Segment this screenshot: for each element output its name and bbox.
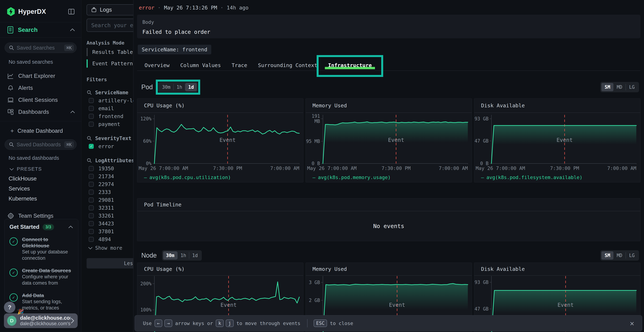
- detail-tabs: Overview Column Values Trace Surrounding…: [137, 60, 640, 71]
- size-lg-button[interactable]: LG: [626, 83, 638, 91]
- node-size-control: SM MD LG: [600, 250, 639, 261]
- range-1d-button[interactable]: 1d: [185, 83, 196, 91]
- size-md-button[interactable]: MD: [614, 251, 626, 260]
- checkbox[interactable]: [89, 190, 94, 194]
- filter-value-label: 2333: [98, 189, 111, 195]
- get-started-badge: 3/3: [42, 224, 54, 230]
- checkbox[interactable]: [89, 198, 94, 202]
- range-30m-button[interactable]: 30m: [163, 251, 177, 260]
- node-range-control: 30m 1h 1d: [162, 250, 202, 261]
- sidebar-item-search[interactable]: Search: [0, 22, 81, 38]
- checkbox[interactable]: [89, 106, 94, 111]
- severity-badge: error: [139, 5, 154, 11]
- user-email: dale@clickhouse.com: [20, 315, 70, 321]
- get-started-item[interactable]: ✓ Add Data Start sending logs, metrics, …: [10, 292, 73, 311]
- create-dashboard-button[interactable]: + Create Dashboard: [0, 121, 81, 134]
- chevron-up-icon[interactable]: [70, 28, 75, 32]
- saved-dashboards-placeholder: Saved Dashboards: [17, 142, 64, 148]
- sidebar-item-team-settings[interactable]: Team Settings: [0, 202, 81, 220]
- tab-surrounding-context[interactable]: Surrounding Context: [252, 60, 323, 71]
- size-lg-button[interactable]: LG: [626, 251, 638, 260]
- mode-label: Event Patterns: [92, 60, 136, 66]
- saved-searches-input[interactable]: Saved Searches ⌘K: [5, 42, 76, 53]
- service-name-chip[interactable]: ServiceName: frontend: [138, 45, 211, 54]
- sidebar-item-dashboards[interactable]: Dashboards: [0, 106, 81, 118]
- y-axis-tick-label: 93 GB: [474, 280, 488, 285]
- mode-indicator: [86, 48, 88, 56]
- checkbox[interactable]: [89, 122, 94, 127]
- y-axis-tick-label: 47 GB: [474, 306, 488, 312]
- search-icon[interactable]: [86, 90, 92, 95]
- size-md-button[interactable]: MD: [614, 83, 626, 91]
- no-saved-dashboards-text: No saved dashboards: [0, 150, 81, 161]
- preset-kubernetes[interactable]: Kubernetes: [0, 192, 81, 202]
- search-icon[interactable]: [86, 136, 92, 141]
- chart-legend[interactable]: —avg(k8s.pod.filesystem.available): [474, 172, 640, 182]
- range-1h-button[interactable]: 1h: [178, 251, 189, 260]
- mode-label: Results Table: [92, 49, 133, 55]
- tab-column-values[interactable]: Column Values: [175, 60, 226, 71]
- timeline-title: Pod Timeline: [144, 202, 182, 208]
- event-marker-label: Event: [220, 302, 237, 308]
- range-30m-button[interactable]: 30m: [159, 83, 173, 91]
- y-axis-tick-label: 200%: [137, 281, 152, 286]
- y-axis-tick-label: 2 GB: [306, 298, 320, 303]
- preset-services[interactable]: Services: [0, 182, 81, 192]
- hyperdx-logo-icon: [7, 7, 15, 16]
- size-sm-button[interactable]: SM: [602, 251, 614, 260]
- help-button[interactable]: ?: [4, 302, 16, 313]
- sidebar-item-client-sessions[interactable]: Client Sessions: [0, 94, 81, 106]
- get-started-item[interactable]: ✓ Connect to ClickHouse Set up your data…: [10, 236, 73, 261]
- user-subtitle: dale@clickhouse.com's: [20, 321, 70, 326]
- tab-infrastructure[interactable]: Infrastructure: [323, 60, 377, 71]
- tab-overview[interactable]: Overview: [139, 60, 175, 71]
- checkbox[interactable]: [89, 213, 94, 218]
- checkbox[interactable]: [89, 237, 94, 242]
- pod-size-control: SM MD LG: [600, 82, 639, 92]
- event-header: error · May 26 7:13:26 PM · 14h ago: [137, 5, 640, 11]
- checkbox[interactable]: [89, 229, 94, 234]
- checkbox[interactable]: [89, 98, 94, 103]
- chart-plot: 93 GB47 GB0 BEvent: [474, 113, 640, 164]
- chart-title: CPU Usage (%): [144, 266, 184, 272]
- range-1d-button[interactable]: 1d: [189, 251, 200, 260]
- sidebar-item-alerts[interactable]: Alerts: [0, 82, 81, 94]
- checkbox[interactable]: [89, 114, 94, 119]
- user-menu[interactable]: D dale@clickhouse.com dale@clickhouse.co…: [4, 314, 78, 328]
- close-icon[interactable]: ✕: [630, 320, 634, 327]
- checkbox[interactable]: [89, 221, 94, 226]
- range-1h-button[interactable]: 1h: [174, 83, 185, 91]
- get-started-item[interactable]: ✓ Create Data Sources Configure where yo…: [10, 268, 73, 286]
- chart-title: Disk Available: [481, 102, 525, 108]
- chart-explorer-icon: [7, 72, 14, 80]
- event-timestamp: May 26 7:13:26 PM: [164, 5, 217, 11]
- brand-row: HyperDX: [0, 0, 81, 22]
- size-sm-button[interactable]: SM: [602, 83, 614, 91]
- filter-value-label: 32311: [98, 205, 114, 211]
- tab-trace[interactable]: Trace: [226, 60, 252, 71]
- preset-clickhouse[interactable]: ClickHouse: [0, 172, 81, 182]
- filter-value-label: 34423: [98, 220, 114, 227]
- chart-legend[interactable]: —avg(k8s.pod.cpu.utilization): [137, 172, 303, 182]
- presets-toggle[interactable]: PRESETS: [0, 161, 81, 172]
- hint-text: Use: [143, 320, 152, 326]
- arrow-left-key: ←: [154, 320, 162, 327]
- checkbox-checked[interactable]: [89, 144, 94, 149]
- team-settings-label: Team Settings: [18, 213, 53, 219]
- search-icon[interactable]: [86, 158, 92, 163]
- checkbox[interactable]: [89, 174, 94, 179]
- chevron-up-icon[interactable]: [70, 110, 75, 114]
- chart-legend[interactable]: —avg(k8s.pod.memory.usage): [306, 172, 472, 182]
- checkbox[interactable]: [89, 205, 94, 210]
- legend-label: avg(k8s.pod.filesystem.available): [486, 174, 582, 180]
- checkbox[interactable]: [89, 166, 94, 171]
- checkbox[interactable]: [89, 182, 94, 187]
- x-axis-tick-label: 7:30:00 PM: [382, 166, 411, 171]
- sidebar-item-chart-explorer[interactable]: Chart Explorer: [0, 70, 81, 82]
- saved-dashboards-input[interactable]: Saved Dashboards ⌘K: [5, 139, 76, 150]
- hint-text: to close: [330, 320, 353, 326]
- panel-toggle-icon[interactable]: [68, 8, 75, 16]
- create-dashboard-label: Create Dashboard: [18, 128, 63, 134]
- chevron-up-icon[interactable]: [68, 226, 73, 228]
- filter-value-label: frontend: [98, 113, 124, 119]
